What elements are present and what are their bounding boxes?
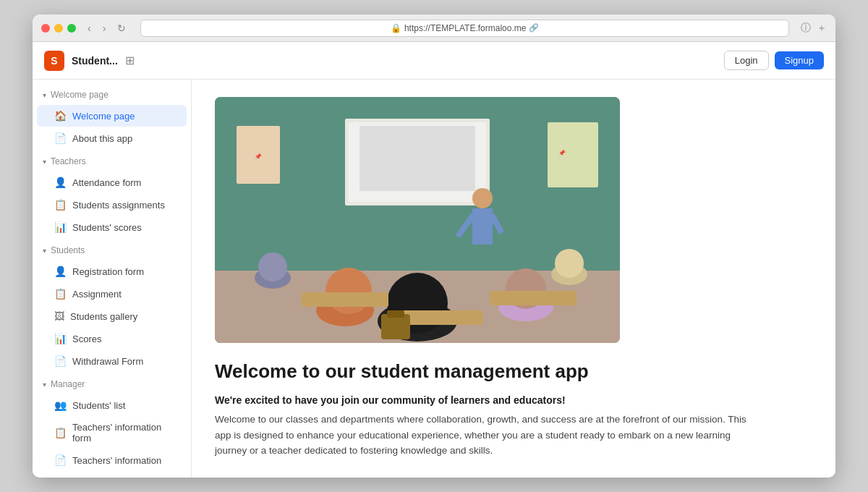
svg-text:📌: 📌 [255, 153, 262, 160]
section-label-manager: Manager [51, 379, 85, 389]
chevron-icon: ▾ [43, 158, 46, 166]
sidebar-item-students-assignments[interactable]: 📋 Students assignments [37, 194, 187, 216]
svg-point-21 [555, 249, 584, 278]
back-button[interactable]: ‹ [85, 21, 94, 35]
main-content: 📌 📌 Welcome to our student management ap… [192, 80, 835, 478]
svg-text:📌: 📌 [558, 149, 566, 156]
minimize-button[interactable] [54, 24, 63, 33]
svg-rect-4 [359, 126, 475, 191]
sidebar-item-label: Scores [72, 334, 101, 344]
sidebar-toggle-button[interactable]: ⊞ [125, 54, 135, 67]
info-button[interactable]: ⓘ [801, 22, 811, 35]
chevron-icon: ▾ [43, 91, 46, 99]
user-icon: 👤 [54, 266, 67, 277]
chart-icon: 📊 [54, 333, 67, 344]
sidebar-item-welcome-page[interactable]: 🏠 Welcome page [37, 105, 187, 127]
sidebar-item-students-scores[interactable]: 📊 Students' scores [37, 216, 187, 238]
sidebar-section-teachers: ▾ Teachers 👤 Attendance form 📋 Students … [33, 152, 191, 238]
sidebar-item-label: Attendance form [72, 177, 141, 188]
sidebar-item-registration-form[interactable]: 👤 Registration form [37, 260, 187, 282]
maximize-button[interactable] [67, 24, 76, 33]
sidebar-item-teachers-info-form[interactable]: 📋 Teachers' information form [37, 417, 187, 449]
sidebar-item-assignment[interactable]: 📋 Assignment [37, 283, 187, 305]
user-icon: 👤 [54, 177, 67, 188]
signup-button[interactable]: Signup [775, 51, 824, 69]
logo-letter: S [51, 55, 57, 67]
svg-rect-22 [381, 314, 410, 339]
users-icon: 👥 [54, 399, 67, 411]
chevron-icon: ▾ [43, 381, 46, 389]
sidebar-item-about-app[interactable]: 📄 About this app [37, 127, 187, 149]
welcome-subtitle: We're excited to have you join our commu… [215, 394, 812, 406]
app-header: S Student... ⊞ Login Signup [33, 42, 835, 80]
gallery-icon: 🖼 [54, 310, 64, 322]
svg-rect-17 [490, 291, 576, 305]
new-tab-button[interactable]: ＋ [817, 22, 827, 35]
file-icon: 📄 [54, 454, 67, 466]
svg-point-19 [258, 253, 287, 281]
svg-rect-15 [302, 292, 388, 307]
forward-button[interactable]: › [100, 21, 109, 35]
svg-point-12 [326, 268, 372, 314]
svg-rect-25 [548, 122, 598, 187]
browser-window: ‹ › ↻ 🔒 https://TEMPLATE.formaloo.me 🔗 ⓘ… [33, 14, 835, 478]
sidebar-item-label: Students' scores [72, 222, 142, 233]
sidebar: ▾ Welcome page 🏠 Welcome page 📄 About th… [33, 80, 192, 478]
svg-rect-6 [472, 208, 493, 245]
sidebar-item-label: Withdrawal Form [72, 356, 143, 367]
chart-icon: 📊 [54, 221, 67, 233]
sidebar-item-students-list[interactable]: 👥 Students' list [37, 394, 187, 416]
sidebar-section-header-teachers[interactable]: ▾ Teachers [33, 152, 191, 171]
sidebar-item-attendance-form[interactable]: 👤 Attendance form [37, 171, 187, 193]
section-label-welcome: Welcome page [51, 90, 109, 100]
home-icon: 🏠 [54, 110, 67, 122]
sidebar-item-label: Assignment [72, 289, 122, 300]
app-header-left: S Student... ⊞ [44, 51, 135, 71]
sidebar-item-withdrawal-form[interactable]: 📄 Withdrawal Form [37, 350, 187, 372]
sidebar-item-label: Students gallery [70, 311, 137, 322]
sidebar-item-label: Welcome page [72, 111, 135, 122]
list-icon: 📋 [54, 199, 67, 211]
sidebar-section-header-students[interactable]: ▾ Students [33, 241, 191, 260]
sidebar-item-label: Teachers' information form [72, 422, 175, 444]
welcome-title: Welcome to our student management app [215, 360, 812, 383]
sidebar-item-scores[interactable]: 📊 Scores [37, 328, 187, 349]
section-label-students: Students [51, 245, 85, 255]
app-body: ▾ Welcome page 🏠 Welcome page 📄 About th… [33, 80, 835, 478]
sidebar-item-label: Students' list [72, 400, 125, 411]
url-text: https://TEMPLATE.formaloo.me [404, 23, 527, 33]
sidebar-item-label: Registration form [72, 266, 144, 277]
sidebar-section-header-welcome[interactable]: ▾ Welcome page [33, 85, 191, 104]
sidebar-item-teachers-info[interactable]: 📄 Teachers' information [37, 449, 187, 471]
sidebar-section-manager: ▾ Manager 👥 Students' list 📋 Teachers' i… [33, 375, 191, 471]
address-bar[interactable]: 🔒 https://TEMPLATE.formaloo.me 🔗 [140, 20, 789, 37]
svg-point-5 [472, 188, 493, 208]
app-header-right: Login Signup [724, 51, 824, 70]
sidebar-item-students-gallery[interactable]: 🖼 Students gallery [37, 305, 187, 327]
sidebar-item-label: Teachers' information [72, 455, 161, 466]
svg-rect-23 [387, 310, 404, 318]
lock-icon: 🔒 [391, 23, 401, 33]
file-icon: 📄 [54, 355, 67, 367]
sidebar-section-students: ▾ Students 👤 Registration form 📋 Assignm… [33, 241, 191, 372]
traffic-lights [41, 24, 76, 33]
sidebar-section-welcome: ▾ Welcome page 🏠 Welcome page 📄 About th… [33, 85, 191, 149]
link-icon: 🔗 [529, 23, 539, 33]
classroom-image: 📌 📌 [215, 97, 620, 343]
refresh-button[interactable]: ↻ [114, 21, 129, 35]
list-icon: 📋 [54, 288, 67, 300]
section-label-teachers: Teachers [51, 156, 86, 166]
browser-actions: ⓘ ＋ [801, 22, 827, 35]
login-button[interactable]: Login [724, 51, 769, 70]
welcome-body: Welcome to our classes and departments w… [215, 412, 765, 459]
close-button[interactable] [41, 24, 50, 33]
app-logo: S [44, 51, 64, 71]
browser-controls: ‹ › ↻ [85, 21, 129, 35]
browser-titlebar: ‹ › ↻ 🔒 https://TEMPLATE.formaloo.me 🔗 ⓘ… [33, 14, 835, 42]
chevron-icon: ▾ [43, 247, 46, 255]
sidebar-section-header-manager[interactable]: ▾ Manager [33, 375, 191, 394]
list-icon: 📋 [54, 427, 67, 438]
file-icon: 📄 [54, 132, 67, 144]
sidebar-item-label: Students assignments [72, 200, 165, 211]
sidebar-item-label: About this app [72, 133, 132, 144]
